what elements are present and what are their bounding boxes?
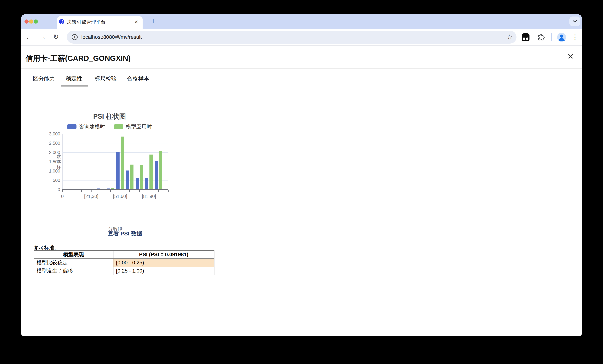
reload-button[interactable]: ↻ [51,29,61,46]
bar-baseline [116,152,120,189]
x-tick-mark [120,190,120,192]
bar-applied [150,155,153,189]
bar-applied [121,136,124,189]
x-tick-mark [72,190,72,192]
site-info-icon[interactable]: i [72,34,78,40]
favicon-icon [59,19,64,24]
x-tick-label: 0 [46,194,78,199]
bar-applied [111,188,114,189]
x-tick-mark [168,190,169,192]
y-tick-label: 2,500 [36,141,60,146]
tab-strip: 决策引擎管理平台 × + [21,14,582,29]
address-bar[interactable]: i localhost:8080/#/mv/result ☆ [67,31,516,44]
table-header-row: 模型表现 PSI (PSI = 0.091981) [34,250,214,259]
bar-baseline [136,178,139,189]
x-tick-label: [51,60] [104,194,136,199]
dark-extension-icon[interactable] [522,34,530,41]
x-tick-label: [21,30] [75,194,107,199]
forward-button[interactable]: → [37,29,48,46]
tab-title: 决策引擎管理平台 [67,16,106,27]
table-row: 模型发生了偏移 [0.25 - 1.00) [34,267,214,275]
x-tick-mark [101,190,101,192]
tab-discrimination[interactable]: 区分能力 [33,74,55,83]
bar-baseline [97,189,100,189]
tab-stability[interactable]: 稳定性 [66,74,82,83]
bar-applied [130,165,133,189]
browser-window: 决策引擎管理平台 × + ← → ↻ i localhost:8080/#/mv… [21,14,582,336]
close-icon[interactable]: × [565,51,576,62]
bar-applied [140,165,143,189]
browser-toolbar: ← → ↻ i localhost:8080/#/mv/result ☆ [21,29,582,46]
chevron-down-icon [573,20,577,23]
y-tick-label: 3,000 [36,131,60,136]
macos-minimize-button[interactable] [29,20,33,23]
cell-psi-range: [0.00 - 0.25) [113,259,214,267]
section-tabs: 区分能力 稳定性 标尺检验 合格样本 [21,74,582,87]
psi-reference-table: 模型表现 PSI (PSI = 0.091981) 模型比较稳定 [0.00 -… [34,250,214,275]
back-button[interactable]: ← [24,29,34,46]
x-tick-mark [110,190,111,192]
cell-performance: 模型比较稳定 [34,259,113,267]
menu-kebab-icon[interactable]: ⋮ [571,29,579,46]
psi-bar-chart: PSI 柱状图 咨询建模时 模型应用时 05001,0001,5002,0002… [50,111,176,215]
x-tick-mark [149,190,149,192]
bar-baseline [155,161,158,189]
macos-zoom-button[interactable] [34,20,38,23]
page-content: 信用卡-工薪(CARD_GONGXIN) × 区分能力 稳定性 标尺检验 合格样… [21,46,582,336]
y-tick-label: 500 [36,178,60,183]
active-tab-underline [61,86,88,86]
header-model-performance: 模型表现 [34,250,113,259]
chart-title: PSI 柱状图 [50,112,169,121]
tab-scale-check[interactable]: 标尺检验 [94,74,117,83]
bar-baseline [126,171,129,189]
bookmark-star-icon[interactable]: ☆ [507,31,513,44]
url-text[interactable]: localhost:8080/#/mv/result [81,31,142,44]
header-psi: PSI (PSI = 0.091981) [113,250,214,259]
chart-legend: 咨询建模时 模型应用时 [50,123,169,130]
legend-swatch-blue [67,124,77,129]
view-psi-data-link[interactable]: 查看 PSI 数据 [92,230,158,238]
grid-line [62,134,168,134]
x-tick-mark [158,190,159,192]
toolbar-divider [551,33,552,41]
bar-baseline [145,178,148,189]
legend-item-applied[interactable]: 模型应用时 [114,123,152,130]
table-row: 模型比较稳定 [0.00 - 0.25) [34,259,214,267]
screen-background: 决策引擎管理平台 × + ← → ↻ i localhost:8080/#/mv… [0,0,603,364]
y-axis-name: 数 本 样 [56,154,62,170]
page-title: 信用卡-工薪(CARD_GONGXIN) [25,53,131,63]
title-divider [21,68,582,69]
extensions-puzzle-icon[interactable] [537,34,545,41]
tab-search-button[interactable] [569,16,580,26]
new-tab-button[interactable]: + [148,16,159,27]
legend-item-baseline[interactable]: 咨询建模时 [67,123,105,130]
plot-area: 05001,0001,5002,0002,5003,0000[21,30][51… [62,134,168,190]
x-tick-mark [91,190,92,192]
bar-baseline [107,189,110,189]
cell-psi-range: [0.25 - 1.00) [113,267,214,275]
tab-qualified-sample[interactable]: 合格样本 [127,74,149,83]
legend-swatch-green [114,124,123,129]
y-tick-label: 0 [36,187,60,192]
cell-performance: 模型发生了偏移 [34,267,113,275]
profile-avatar[interactable] [557,33,566,42]
browser-tab[interactable]: 决策引擎管理平台 × [57,16,143,29]
x-tick-mark [139,190,139,192]
x-tick-mark [81,190,82,192]
grid-line [62,143,168,143]
grid-line [62,152,168,153]
x-tick-mark [62,190,63,192]
x-tick-mark [129,190,130,192]
x-tick-label: [81,90] [133,194,165,199]
macos-close-button[interactable] [24,20,29,23]
tab-close-icon[interactable]: × [134,16,138,27]
bar-applied [159,151,162,189]
